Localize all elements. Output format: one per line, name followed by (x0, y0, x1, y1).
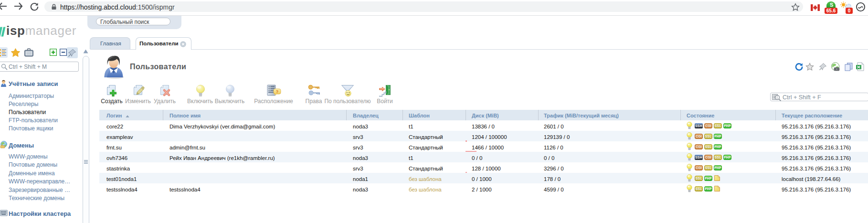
svg-text:?: ? (276, 89, 279, 94)
